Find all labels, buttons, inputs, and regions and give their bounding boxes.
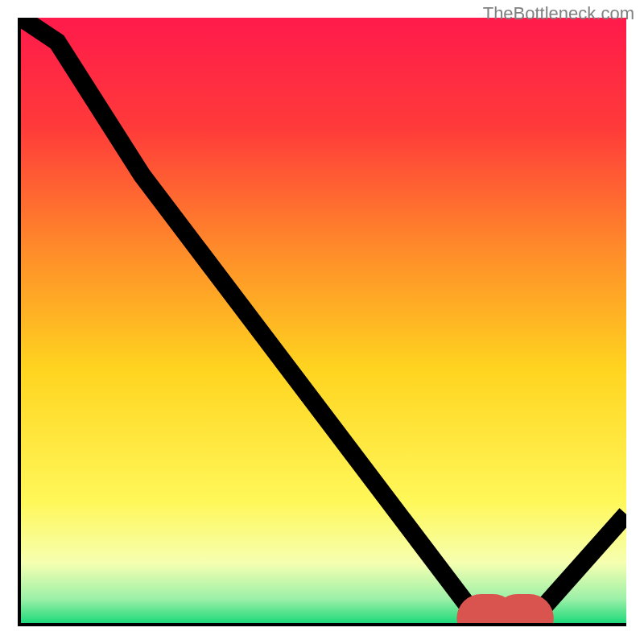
watermark-text: TheBottleneck.com (483, 3, 634, 24)
chart-line-layer (21, 18, 626, 623)
chart-plot-area (18, 18, 626, 626)
bottleneck-curve-line (21, 18, 626, 623)
